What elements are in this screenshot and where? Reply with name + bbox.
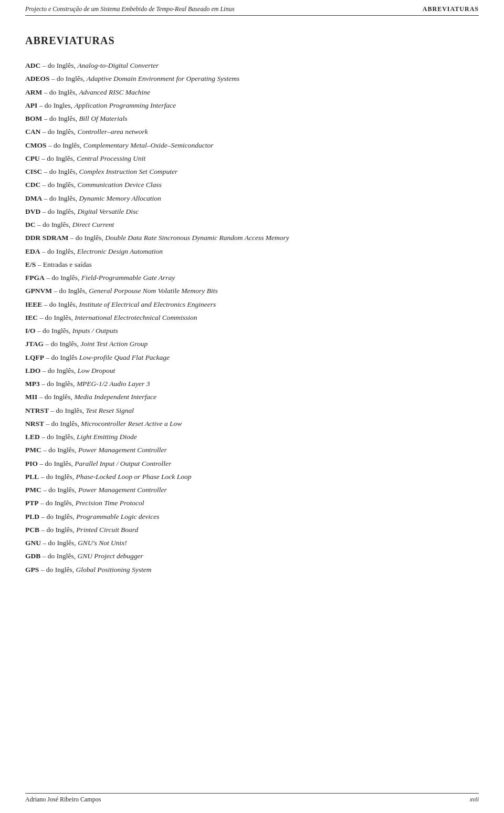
list-item: I/O – do Inglês, Inputs / Outputs: [25, 326, 479, 336]
list-item: ARM – do Inglês, Advanced RISC Machine: [25, 87, 479, 98]
list-item: PMC – do Inglês, Power Management Contro…: [25, 445, 479, 455]
abbreviation: LED: [25, 433, 40, 441]
italic-definition: Complementary Metal–Oxide–Semiconductor: [83, 141, 214, 149]
italic-definition: Bill Of Materials: [79, 114, 127, 122]
page-header: Projecto e Construção de um Sistema Embe…: [25, 0, 479, 16]
definition-text: – do Inglês,: [42, 194, 79, 202]
list-item: CDC – do Inglês, Communication Device Cl…: [25, 180, 479, 190]
definition-text: – do Inglês,: [39, 499, 76, 507]
footer-page-number: xvii: [470, 796, 479, 804]
italic-definition: Precision Time Protocol: [76, 499, 144, 507]
abbreviation: DDR SDRAM: [25, 234, 68, 242]
abbreviation: CISC: [25, 168, 42, 175]
definition-text: – do Inglês,: [38, 460, 75, 467]
list-item: GPS – do Inglês, Global Positioning Syst…: [25, 565, 479, 575]
definition-text: – Entradas e saídas: [36, 260, 91, 268]
list-item: MP3 – do Inglês, MPEG-1/2 Audio Layer 3: [25, 379, 479, 389]
abbreviation: GNU: [25, 539, 41, 547]
page-title: ABREVIATURAS: [25, 35, 479, 47]
main-content: ABREVIATURAS ADC – do Inglês, Analog-to-…: [25, 16, 479, 609]
list-item: PLD – do Inglês, Programmable Logic devi…: [25, 512, 479, 522]
definition-text: – do Inglês,: [42, 300, 79, 308]
abbreviation: NRST: [25, 420, 44, 428]
italic-definition: MPEG-1/2 Audio Layer 3: [77, 380, 150, 388]
italic-definition: Complex Instruction Set Computer: [79, 168, 177, 175]
list-item: BOM – do Inglês, Bill Of Materials: [25, 113, 479, 124]
abbreviation: PLL: [25, 473, 39, 481]
abbreviation: PIO: [25, 460, 38, 467]
italic-definition: Printed Circuit Board: [76, 526, 138, 534]
italic-definition: Advanced RISC Machine: [79, 88, 150, 96]
abbreviation: DC: [25, 221, 36, 228]
list-item: MII – do Inglês, Media Independent Inter…: [25, 392, 479, 402]
italic-definition: Test Reset Signal: [86, 407, 134, 414]
list-item: NTRST – do Inglês, Test Reset Signal: [25, 405, 479, 416]
italic-definition: Controller–area network: [77, 128, 148, 136]
list-item: GPNVM – do Inglês, General Porpouse Nom …: [25, 286, 479, 296]
italic-definition: Analog-to-Digital Converter: [77, 61, 159, 69]
definition-text: – do Inglês,: [41, 486, 78, 494]
list-item: PLL – do Inglês, Phase-Locked Loop or Ph…: [25, 472, 479, 482]
list-item: E/S – Entradas e saídas: [25, 259, 479, 270]
italic-definition: Low Dropout: [77, 367, 115, 374]
italic-definition: Adaptive Domain Environment for Operatin…: [87, 75, 240, 82]
list-item: FPGA – do Inglês, Field-Programmable Gat…: [25, 273, 479, 283]
abbreviation: ADEOS: [25, 75, 50, 82]
definition-text: – do Inglês,: [68, 234, 105, 242]
italic-definition: Low-profile Quad Flat Package: [79, 353, 170, 361]
definition-text: – do Inglês,: [40, 247, 77, 255]
definition-text: – do Inglês,: [38, 314, 75, 321]
definition-text: – do Inglês,: [40, 380, 77, 388]
list-item: LDO – do Inglês, Low Dropout: [25, 366, 479, 376]
abbreviation: IEC: [25, 314, 38, 321]
header-title-left: Projecto e Construção de um Sistema Embe…: [25, 5, 235, 13]
definition-text: – do Inglês,: [40, 154, 77, 162]
italic-definition: Field-Programmable Gate Array: [81, 274, 175, 282]
list-item: PMC – do Inglês, Power Management Contro…: [25, 485, 479, 495]
italic-definition: Electronic Design Automation: [77, 247, 163, 255]
footer-author: Adriano José Ribeiro Campos: [25, 796, 101, 804]
abbreviation: CPU: [25, 154, 40, 162]
list-item: API – do Ingles, Application Programming…: [25, 100, 479, 111]
list-item: DDR SDRAM – do Inglês, Double Data Rate …: [25, 233, 479, 243]
abbreviation: BOM: [25, 114, 42, 122]
definition-text: – do Inglês,: [39, 473, 76, 481]
entries-list: ADC – do Inglês, Analog-to-Digital Conve…: [25, 60, 479, 575]
definition-text: – do Inglês,: [39, 566, 76, 574]
list-item: DVD – do Inglês, Digital Versatile Disc: [25, 206, 479, 217]
definition-text: – do Inglês,: [37, 393, 74, 401]
list-item: CAN – do Inglês, Controller–area network: [25, 127, 479, 137]
italic-definition: International Electrotechnical Commissio…: [75, 314, 197, 321]
definition-text: – do Inglês: [44, 353, 79, 361]
italic-definition: Programmable Logic devices: [76, 513, 159, 520]
abbreviation: CDC: [25, 181, 40, 189]
definition-text: – do Inglês,: [40, 552, 77, 560]
list-item: ADEOS – do Inglês, Adaptive Domain Envir…: [25, 74, 479, 84]
list-item: LED – do Inglês, Light Emitting Diode: [25, 432, 479, 442]
abbreviation: CMOS: [25, 141, 47, 149]
definition-text: – do Inglês,: [40, 433, 77, 441]
abbreviation: LDO: [25, 367, 40, 374]
italic-definition: General Porpouse Nom Volatile Memory Bit…: [89, 287, 218, 295]
definition-text: – do Inglês,: [42, 168, 79, 175]
definition-text: – do Inglês,: [39, 513, 76, 520]
abbreviation: GPNVM: [25, 287, 52, 295]
italic-definition: Communication Device Class: [77, 181, 161, 189]
definition-text: – do Inglês,: [50, 75, 87, 82]
list-item: DMA – do Inglês, Dynamic Memory Allocati…: [25, 193, 479, 204]
definition-text: – do Inglês,: [36, 327, 72, 335]
list-item: EDA – do Inglês, Electronic Design Autom…: [25, 246, 479, 257]
abbreviation: MII: [25, 393, 37, 401]
italic-definition: Parallel Input / Output Controller: [75, 460, 171, 467]
abbreviation: GPS: [25, 566, 39, 574]
italic-definition: Global Positioning System: [76, 566, 151, 574]
abbreviation: LQFP: [25, 353, 44, 361]
italic-definition: Direct Current: [72, 221, 114, 228]
definition-text: – do Ingles,: [37, 101, 74, 109]
definition-text: – do Inglês,: [52, 287, 89, 295]
list-item: PIO – do Inglês, Parallel Input / Output…: [25, 458, 479, 469]
italic-definition: GNU's Not Unix!: [78, 539, 127, 547]
definition-text: – do Inglês,: [47, 141, 83, 149]
abbreviation: MP3: [25, 380, 40, 388]
definition-text: – do Inglês,: [40, 128, 77, 136]
